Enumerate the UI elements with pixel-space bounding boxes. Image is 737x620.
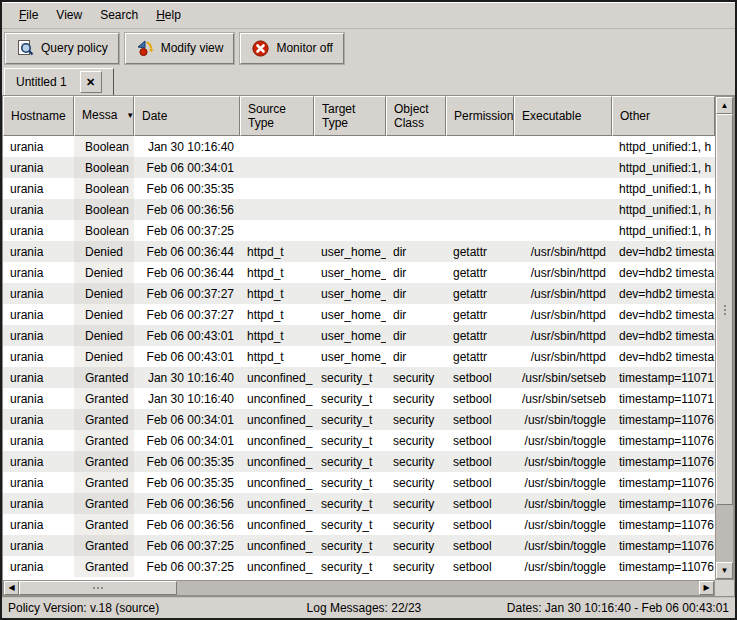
cell-date: Feb 06 00:43:01: [134, 346, 240, 367]
scroll-up-button[interactable]: ▲: [716, 97, 733, 114]
table-row[interactable]: uraniaDeniedFeb 06 00:43:01httpd_tuser_h…: [3, 325, 715, 346]
table-row[interactable]: uraniaBooleanFeb 06 00:35:35httpd_unifie…: [3, 178, 715, 199]
tab-label: Untitled 1: [16, 75, 67, 89]
table-row[interactable]: uraniaDeniedFeb 06 00:37:27httpd_tuser_h…: [3, 283, 715, 304]
cell-date: Feb 06 00:36:56: [134, 199, 240, 220]
column-header-other[interactable]: Other: [612, 96, 715, 136]
query-policy-icon: [16, 39, 35, 58]
cell-target: [314, 199, 386, 220]
cell-objclass: [386, 220, 446, 241]
column-header-target[interactable]: TargetType: [314, 96, 386, 136]
cell-executable: /usr/sbin/toggle: [514, 409, 612, 430]
cell-date: Feb 06 00:37:27: [134, 304, 240, 325]
sort-descending-icon: ▼: [126, 111, 134, 120]
menu-help[interactable]: Help: [147, 6, 190, 24]
cell-other: httpd_unified:1, h: [612, 220, 715, 241]
cell-executable: /usr/sbin/httpd: [514, 262, 612, 283]
table-row[interactable]: uraniaGrantedFeb 06 00:37:25unconfined_s…: [3, 535, 715, 556]
cell-message: Granted: [74, 430, 134, 451]
horizontal-scrollbar[interactable]: ◀ ▶: [3, 580, 715, 596]
cell-hostname: urania: [3, 325, 74, 346]
table-row[interactable]: uraniaDeniedFeb 06 00:43:01httpd_tuser_h…: [3, 346, 715, 367]
cell-permission: setbool: [446, 472, 514, 493]
cell-hostname: urania: [3, 556, 74, 577]
table-row[interactable]: uraniaBooleanFeb 06 00:36:56httpd_unifie…: [3, 199, 715, 220]
cell-target: user_home_: [314, 262, 386, 283]
menu-file[interactable]: File: [10, 6, 47, 24]
tab-close-button[interactable]: ✕: [80, 71, 102, 93]
monitor-off-button[interactable]: Monitor off: [240, 33, 343, 64]
cell-other: dev=hdb2 timesta: [612, 346, 715, 367]
cell-objclass: security: [386, 388, 446, 409]
modify-view-button[interactable]: Modify view: [125, 33, 235, 64]
table-row[interactable]: uraniaDeniedFeb 06 00:36:44httpd_tuser_h…: [3, 241, 715, 262]
cell-executable: [514, 178, 612, 199]
cell-source: httpd_t: [240, 241, 314, 262]
column-header-executable[interactable]: Executable: [514, 96, 612, 136]
column-header-message[interactable]: Messa▼: [74, 96, 134, 136]
cell-objclass: security: [386, 493, 446, 514]
cell-target: user_home_: [314, 241, 386, 262]
table-row[interactable]: uraniaBooleanFeb 06 00:37:25httpd_unifie…: [3, 220, 715, 241]
table-row[interactable]: uraniaGrantedFeb 06 00:34:01unconfined_s…: [3, 430, 715, 451]
table-row[interactable]: uraniaDeniedFeb 06 00:36:44httpd_tuser_h…: [3, 262, 715, 283]
column-header-date[interactable]: Date: [134, 96, 240, 136]
cell-hostname: urania: [3, 409, 74, 430]
table-row[interactable]: uraniaBooleanFeb 06 00:34:01httpd_unifie…: [3, 157, 715, 178]
cell-target: security_t: [314, 535, 386, 556]
table-row[interactable]: uraniaGrantedFeb 06 00:36:56unconfined_s…: [3, 514, 715, 535]
horizontal-scrollbar-thumb[interactable]: [19, 581, 177, 595]
scroll-down-button[interactable]: ▼: [716, 562, 733, 579]
cell-objclass: dir: [386, 241, 446, 262]
column-header-objclass[interactable]: ObjectClass: [386, 96, 446, 136]
cell-message: Granted: [74, 535, 134, 556]
table-row[interactable]: uraniaDeniedFeb 06 00:37:27httpd_tuser_h…: [3, 304, 715, 325]
cell-permission: getattr: [446, 283, 514, 304]
table-row[interactable]: uraniaGrantedFeb 06 00:37:25unconfined_s…: [3, 556, 715, 577]
cell-target: security_t: [314, 409, 386, 430]
modify-view-label: Modify view: [161, 41, 224, 55]
vertical-scrollbar-thumb[interactable]: [716, 114, 733, 505]
cell-objclass: dir: [386, 262, 446, 283]
cell-hostname: urania: [3, 220, 74, 241]
table-row[interactable]: uraniaGrantedFeb 06 00:34:01unconfined_s…: [3, 409, 715, 430]
modify-view-icon: [136, 39, 155, 58]
cell-date: Feb 06 00:34:01: [134, 430, 240, 451]
table-header-row: HostnameMessa▼DateSourceTypeTargetTypeOb…: [3, 96, 715, 136]
menu-search[interactable]: Search: [91, 6, 147, 24]
table-row[interactable]: uraniaGrantedJan 30 10:16:40unconfined_s…: [3, 388, 715, 409]
query-policy-button[interactable]: Query policy: [5, 33, 119, 64]
cell-permission: setbool: [446, 430, 514, 451]
cell-other: dev=hdb2 timesta: [612, 304, 715, 325]
cell-permission: getattr: [446, 346, 514, 367]
cell-objclass: security: [386, 514, 446, 535]
vertical-scrollbar[interactable]: ▲ ▼: [715, 96, 734, 580]
column-header-hostname[interactable]: Hostname: [3, 96, 74, 136]
scroll-left-button[interactable]: ◀: [4, 581, 19, 595]
cell-objclass: [386, 199, 446, 220]
log-table: HostnameMessa▼DateSourceTypeTargetTypeOb…: [3, 96, 715, 577]
cell-permission: setbool: [446, 451, 514, 472]
scroll-left-icon: ◀: [8, 584, 14, 592]
table-row[interactable]: uraniaGrantedFeb 06 00:35:35unconfined_s…: [3, 451, 715, 472]
cell-objclass: security: [386, 430, 446, 451]
cell-permission: setbool: [446, 493, 514, 514]
cell-message: Denied: [74, 283, 134, 304]
table-row[interactable]: uraniaGrantedFeb 06 00:35:35unconfined_s…: [3, 472, 715, 493]
table-row[interactable]: uraniaGrantedFeb 06 00:36:56unconfined_s…: [3, 493, 715, 514]
cell-executable: /usr/sbin/toggle: [514, 430, 612, 451]
cell-message: Boolean: [74, 157, 134, 178]
cell-permission: [446, 178, 514, 199]
thumb-grip: [724, 309, 726, 311]
cell-hostname: urania: [3, 514, 74, 535]
table-row[interactable]: uraniaGrantedJan 30 10:16:40unconfined_s…: [3, 367, 715, 388]
cell-date: Feb 06 00:36:44: [134, 241, 240, 262]
column-header-permission[interactable]: Permission: [446, 96, 514, 136]
scroll-right-button[interactable]: ▶: [699, 581, 714, 595]
menu-view[interactable]: View: [47, 6, 91, 24]
table-row[interactable]: uraniaBooleanJan 30 10:16:40httpd_unifie…: [3, 136, 715, 157]
cell-objclass: dir: [386, 304, 446, 325]
column-header-source[interactable]: SourceType: [240, 96, 314, 136]
tab-untitled-1[interactable]: Untitled 1 ✕: [4, 68, 114, 96]
cell-source: unconfined_: [240, 409, 314, 430]
